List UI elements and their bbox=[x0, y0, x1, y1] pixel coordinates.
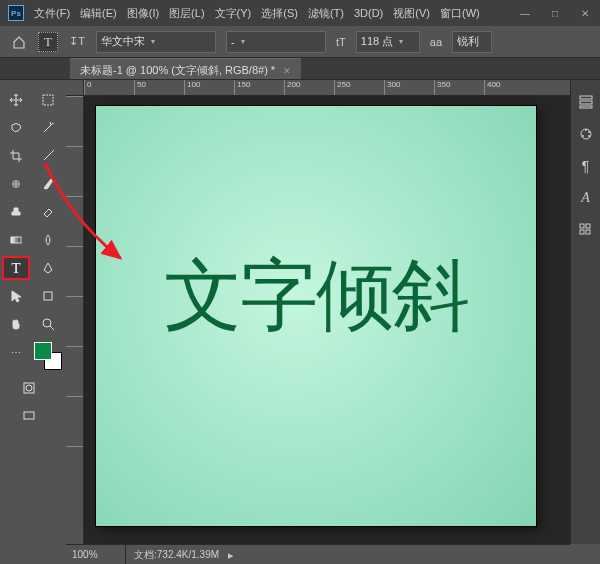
minimize-button[interactable]: — bbox=[510, 0, 540, 26]
svg-rect-19 bbox=[586, 230, 590, 234]
magic-wand-tool[interactable] bbox=[34, 116, 62, 140]
document-canvas[interactable]: 文字倾斜 bbox=[96, 106, 536, 526]
font-size-dropdown[interactable]: 118 点 ▾ bbox=[356, 31, 420, 53]
marquee-tool[interactable] bbox=[34, 88, 62, 112]
svg-point-14 bbox=[588, 135, 590, 137]
font-family-value: 华文中宋 bbox=[101, 34, 145, 49]
edit-toolbar[interactable]: ⋯ bbox=[2, 340, 30, 364]
font-size-value: 118 点 bbox=[361, 34, 393, 49]
horizontal-ruler[interactable]: 0 50 100 150 200 250 300 350 400 bbox=[84, 80, 570, 96]
close-button[interactable]: ✕ bbox=[570, 0, 600, 26]
zoom-tool[interactable] bbox=[34, 312, 62, 336]
menu-layer[interactable]: 图层(L) bbox=[169, 6, 204, 21]
home-icon[interactable] bbox=[10, 33, 28, 51]
svg-rect-7 bbox=[24, 412, 34, 419]
anti-alias-label: aa bbox=[430, 36, 442, 48]
right-panel-dock: ¶ A bbox=[570, 80, 600, 544]
doc-info-value: 732.4K/1.39M bbox=[157, 549, 219, 560]
swatches-panel-icon[interactable] bbox=[576, 220, 596, 240]
font-style-dropdown[interactable]: - ▾ bbox=[226, 31, 326, 53]
svg-rect-3 bbox=[44, 292, 52, 300]
vertical-ruler[interactable] bbox=[66, 96, 84, 544]
svg-rect-0 bbox=[43, 95, 53, 105]
menu-filter[interactable]: 滤镜(T) bbox=[308, 6, 344, 21]
menu-image[interactable]: 图像(I) bbox=[127, 6, 159, 21]
brush-tool[interactable] bbox=[34, 172, 62, 196]
maximize-button[interactable]: □ bbox=[540, 0, 570, 26]
svg-rect-17 bbox=[586, 224, 590, 228]
canvas-area: 0 50 100 150 200 250 300 350 400 文字倾斜 bbox=[66, 80, 570, 544]
pen-tool[interactable] bbox=[34, 256, 62, 280]
font-style-value: - bbox=[231, 36, 235, 48]
eraser-tool[interactable] bbox=[34, 200, 62, 224]
path-select-tool[interactable] bbox=[2, 284, 30, 308]
zoom-level[interactable]: 100% bbox=[66, 545, 126, 564]
svg-rect-16 bbox=[580, 224, 584, 228]
stamp-tool[interactable] bbox=[2, 200, 30, 224]
ruler-tick: 50 bbox=[134, 80, 184, 95]
ruler-origin bbox=[66, 80, 84, 96]
menu-3d[interactable]: 3D(D) bbox=[354, 7, 383, 19]
crop-tool[interactable] bbox=[2, 144, 30, 168]
options-bar: T ↧T 华文中宋 ▾ - ▾ tT 118 点 ▾ aa 锐利 bbox=[0, 26, 600, 58]
document-tab-bar: 未标题-1 @ 100% (文字倾斜, RGB/8#) * ✕ bbox=[0, 58, 600, 80]
svg-rect-18 bbox=[580, 230, 584, 234]
chevron-down-icon: ▾ bbox=[151, 37, 155, 46]
svg-point-15 bbox=[582, 135, 584, 137]
window-controls: — □ ✕ bbox=[510, 0, 600, 26]
hand-tool[interactable] bbox=[2, 312, 30, 336]
history-panel-icon[interactable] bbox=[576, 92, 596, 112]
toggle-orientation-icon[interactable]: ↧T bbox=[68, 33, 86, 51]
chevron-right-icon: ▶ bbox=[228, 552, 233, 559]
menu-select[interactable]: 选择(S) bbox=[261, 6, 298, 21]
svg-rect-2 bbox=[11, 237, 21, 243]
font-size-icon: tT bbox=[336, 36, 346, 48]
ruler-tick: 100 bbox=[184, 80, 234, 95]
text-layer[interactable]: 文字倾斜 bbox=[164, 244, 468, 349]
ruler-tick: 350 bbox=[434, 80, 484, 95]
document-tab-title: 未标题-1 @ 100% (文字倾斜, RGB/8#) * bbox=[80, 63, 275, 78]
type-tool-preset[interactable]: T bbox=[38, 32, 58, 52]
paragraph-panel-icon[interactable]: ¶ bbox=[576, 156, 596, 176]
shape-tool[interactable] bbox=[34, 284, 62, 308]
chevron-down-icon: ▾ bbox=[241, 37, 245, 46]
menu-file[interactable]: 文件(F) bbox=[34, 6, 70, 21]
document-info[interactable]: 文档:732.4K/1.39M ▶ bbox=[126, 548, 233, 562]
close-icon[interactable]: ✕ bbox=[283, 66, 291, 76]
character-panel-icon[interactable]: A bbox=[576, 188, 596, 208]
doc-info-label: 文档: bbox=[134, 549, 157, 560]
screen-mode-tool[interactable] bbox=[15, 404, 43, 428]
toolbox: T ⋯ bbox=[0, 80, 66, 544]
status-bar: 100% 文档:732.4K/1.39M ▶ bbox=[66, 544, 570, 564]
ruler-tick: 0 bbox=[84, 80, 134, 95]
menu-type[interactable]: 文字(Y) bbox=[215, 6, 252, 21]
font-family-dropdown[interactable]: 华文中宋 ▾ bbox=[96, 31, 216, 53]
color-panel-icon[interactable] bbox=[576, 124, 596, 144]
menu-window[interactable]: 窗口(W) bbox=[440, 6, 480, 21]
app-logo: Ps bbox=[8, 5, 24, 21]
workspace: T ⋯ 0 50 100 150 200 250 300 350 400 bbox=[0, 80, 600, 544]
chevron-down-icon: ▾ bbox=[399, 37, 403, 46]
lasso-tool[interactable] bbox=[2, 116, 30, 140]
eyedropper-tool[interactable] bbox=[34, 144, 62, 168]
move-tool[interactable] bbox=[2, 88, 30, 112]
ruler-tick: 400 bbox=[484, 80, 534, 95]
svg-rect-10 bbox=[580, 106, 592, 108]
svg-rect-9 bbox=[580, 101, 592, 104]
type-tool[interactable]: T bbox=[2, 256, 30, 280]
document-tab[interactable]: 未标题-1 @ 100% (文字倾斜, RGB/8#) * ✕ bbox=[70, 58, 301, 79]
foreground-color-swatch[interactable] bbox=[34, 342, 52, 360]
anti-alias-dropdown[interactable]: 锐利 bbox=[452, 31, 492, 53]
gradient-tool[interactable] bbox=[2, 228, 30, 252]
anti-alias-value: 锐利 bbox=[457, 34, 479, 49]
menu-edit[interactable]: 编辑(E) bbox=[80, 6, 117, 21]
ruler-tick: 250 bbox=[334, 80, 384, 95]
color-swatches[interactable] bbox=[34, 342, 62, 370]
menu-view[interactable]: 视图(V) bbox=[393, 6, 430, 21]
ruler-tick: 200 bbox=[284, 80, 334, 95]
blur-tool[interactable] bbox=[34, 228, 62, 252]
quick-mask-tool[interactable] bbox=[15, 376, 43, 400]
svg-point-6 bbox=[26, 385, 32, 391]
healing-tool[interactable] bbox=[2, 172, 30, 196]
svg-point-12 bbox=[585, 129, 587, 131]
